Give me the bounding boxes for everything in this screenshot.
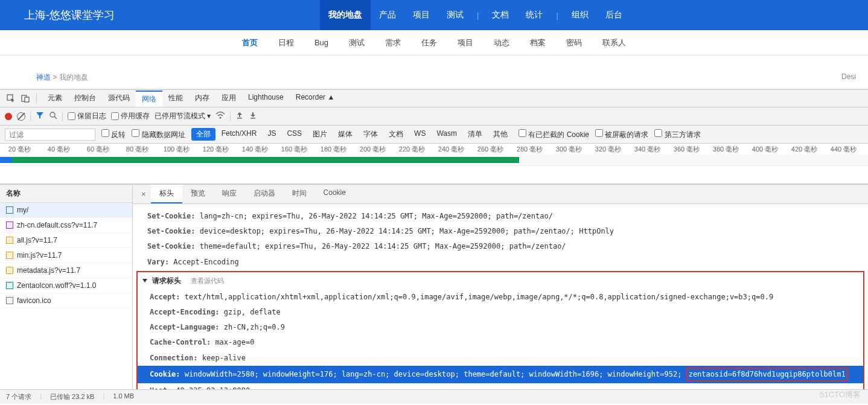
detail-tab[interactable]: 时间: [284, 185, 315, 203]
request-item[interactable]: favicon.ico: [0, 293, 132, 308]
filter-input[interactable]: [5, 129, 95, 141]
sub-nav-item[interactable]: 联系人: [598, 37, 631, 48]
preserve-log-checkbox[interactable]: 保留日志: [68, 111, 106, 121]
request-item[interactable]: all.js?v=11.7: [0, 233, 132, 248]
filter-chip[interactable]: 其他: [488, 128, 512, 141]
view-source-link[interactable]: 查看源代码: [191, 276, 224, 285]
request-item[interactable]: metadata.js?v=11.7: [0, 263, 132, 278]
invert-checkbox[interactable]: 反转: [101, 129, 126, 140]
top-nav-item[interactable]: 测试: [438, 0, 472, 30]
header-line: Cache-Control: max-age=0: [138, 335, 863, 350]
filter-chip[interactable]: JS: [263, 128, 281, 141]
top-nav-item[interactable]: 产品: [371, 0, 404, 30]
devtools-tab[interactable]: Lighthouse: [242, 91, 290, 107]
devtools-tab[interactable]: 网络: [136, 91, 162, 107]
filter-chip[interactable]: 文档: [384, 128, 408, 141]
request-detail-pane: × 标头预览响应启动器时间Cookie Set-Cookie: lang=zh-…: [133, 185, 868, 389]
file-type-icon: [6, 237, 13, 244]
sub-nav-item[interactable]: 需求: [380, 37, 406, 48]
request-item[interactable]: my/: [0, 203, 132, 218]
sub-nav-item[interactable]: 项目: [453, 37, 478, 48]
sub-nav-item[interactable]: 首页: [237, 37, 263, 48]
devtools-tab[interactable]: 内存: [189, 91, 215, 107]
devtools-tab[interactable]: 源代码: [102, 91, 136, 107]
filter-chip[interactable]: Fetch/XHR: [217, 128, 262, 141]
hide-data-urls-checkbox[interactable]: 隐藏数据网址: [132, 129, 185, 140]
devtools-tab[interactable]: 控制台: [68, 91, 102, 107]
filter-chip[interactable]: Wasm: [432, 128, 462, 141]
header-line: Set-Cookie: lang=zh-cn; expires=Thu, 26-…: [135, 209, 866, 224]
file-type-icon: [6, 267, 13, 274]
request-item[interactable]: ZentaoIcon.woff?v=1.1.0: [0, 278, 132, 293]
sub-nav-item[interactable]: Bug: [310, 38, 333, 47]
clear-button[interactable]: [17, 112, 25, 121]
sub-nav-item[interactable]: 任务: [416, 37, 442, 48]
sub-nav: 首页日程Bug测试需求任务项目动态档案密码联系人: [0, 30, 868, 56]
header-line: Host: 49.235.92.12:8080: [138, 383, 863, 389]
header-line: Accept-Language: zh-CN,zh;q=0.9: [138, 320, 863, 335]
top-nav-item[interactable]: 项目: [404, 0, 438, 30]
svg-rect-2: [25, 97, 29, 102]
breadcrumb-right: Desi: [841, 72, 856, 83]
filter-chip[interactable]: 媒体: [333, 128, 357, 141]
filter-icon[interactable]: [36, 111, 44, 121]
detail-tab[interactable]: 响应: [214, 185, 245, 203]
search-icon[interactable]: [49, 111, 57, 121]
watermark: 51CTO博客: [820, 389, 861, 400]
svg-point-5: [220, 117, 222, 119]
sub-nav-item[interactable]: 日程: [273, 37, 299, 48]
devtools-tab[interactable]: Recorder ▲: [290, 91, 341, 107]
device-toggle-icon[interactable]: [19, 92, 31, 104]
detail-tab[interactable]: 标头: [151, 185, 182, 203]
third-party-checkbox[interactable]: 第三方请求: [654, 129, 700, 140]
filter-chip[interactable]: 字体: [359, 128, 383, 141]
top-nav-item[interactable]: 我的地盘: [320, 0, 371, 30]
request-item[interactable]: min.js?v=11.7: [0, 248, 132, 263]
top-nav-item[interactable]: 组织: [563, 0, 597, 30]
sub-nav-item[interactable]: 密码: [561, 37, 587, 48]
detail-tab[interactable]: 预览: [182, 185, 214, 203]
detail-tab[interactable]: 启动器: [245, 185, 284, 203]
record-button[interactable]: [5, 113, 12, 120]
top-nav-item[interactable]: 统计: [517, 0, 551, 30]
filter-chip[interactable]: 清单: [463, 128, 487, 141]
download-icon[interactable]: [249, 111, 257, 121]
top-nav-item[interactable]: 后台: [597, 0, 631, 30]
filter-chip[interactable]: 全部: [191, 128, 215, 141]
header-line: Vary: Accept-Encoding: [135, 255, 866, 270]
inspect-icon[interactable]: [5, 92, 17, 104]
devtools-tab[interactable]: 应用: [215, 91, 242, 107]
sub-nav-item[interactable]: 档案: [525, 37, 550, 48]
network-timeline[interactable]: 20 毫秒40 毫秒60 毫秒80 毫秒100 毫秒120 毫秒140 毫秒16…: [0, 144, 868, 184]
header-line: Accept-Encoding: gzip, deflate: [138, 305, 863, 320]
upload-icon[interactable]: [235, 111, 244, 121]
devtools-tab[interactable]: 元素: [42, 91, 68, 107]
breadcrumb: 禅道 > 我的地盘 Desi: [0, 66, 868, 89]
breadcrumb-root[interactable]: 禅道: [36, 73, 51, 81]
file-type-icon: [6, 282, 13, 289]
header-line: Accept: text/html,application/xhtml+xml,…: [138, 290, 863, 305]
chevron-down-icon: [142, 279, 147, 282]
disable-cache-checkbox[interactable]: 停用缓存: [111, 111, 150, 121]
sub-nav-item[interactable]: 动态: [489, 37, 514, 48]
cookie-header-line: Cookie: windowWidth=2580; windowHeight=1…: [138, 366, 863, 383]
filter-chip[interactable]: CSS: [282, 128, 307, 141]
top-nav-item[interactable]: 文档: [483, 0, 517, 30]
request-headers-section[interactable]: 请求标头 查看源代码: [138, 272, 863, 290]
request-list: 名称 my/zh-cn.default.css?v=11.7all.js?v=1…: [0, 185, 133, 389]
top-nav: 上海-悠悠课堂学习 我的地盘产品项目测试|文档统计|组织后台: [0, 0, 868, 30]
highlighted-cookie-value: zentaosid=6f8d76hvd1ugqip86ptolb0lm1: [686, 368, 848, 381]
wifi-icon[interactable]: [215, 111, 225, 121]
request-item[interactable]: zh-cn.default.css?v=11.7: [0, 218, 132, 233]
detail-tab[interactable]: Cookie: [315, 185, 354, 203]
blocked-requests-checkbox[interactable]: 被屏蔽的请求: [595, 129, 648, 140]
sub-nav-item[interactable]: 测试: [344, 37, 369, 48]
blocked-cookies-checkbox[interactable]: 有已拦截的 Cookie: [519, 129, 589, 140]
devtools-tab[interactable]: 性能: [162, 91, 189, 107]
filter-chip[interactable]: 图片: [308, 128, 332, 141]
close-icon[interactable]: ×: [136, 187, 151, 201]
request-list-header: 名称: [0, 185, 132, 203]
throttle-select[interactable]: 已停用节流模式 ▾: [155, 111, 211, 121]
filter-chip[interactable]: WS: [409, 128, 430, 141]
file-type-icon: [6, 222, 13, 229]
